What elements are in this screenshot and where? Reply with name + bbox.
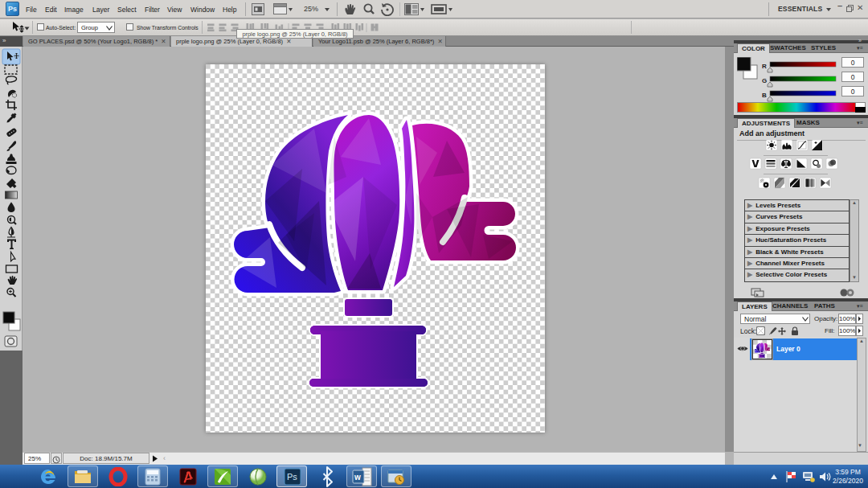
svg-text:B: B <box>762 92 767 99</box>
svg-text:R: R <box>762 63 767 70</box>
svg-text:G: G <box>762 77 767 84</box>
svg-text:Ps: Ps <box>287 472 297 482</box>
svg-text:w: w <box>354 473 361 482</box>
